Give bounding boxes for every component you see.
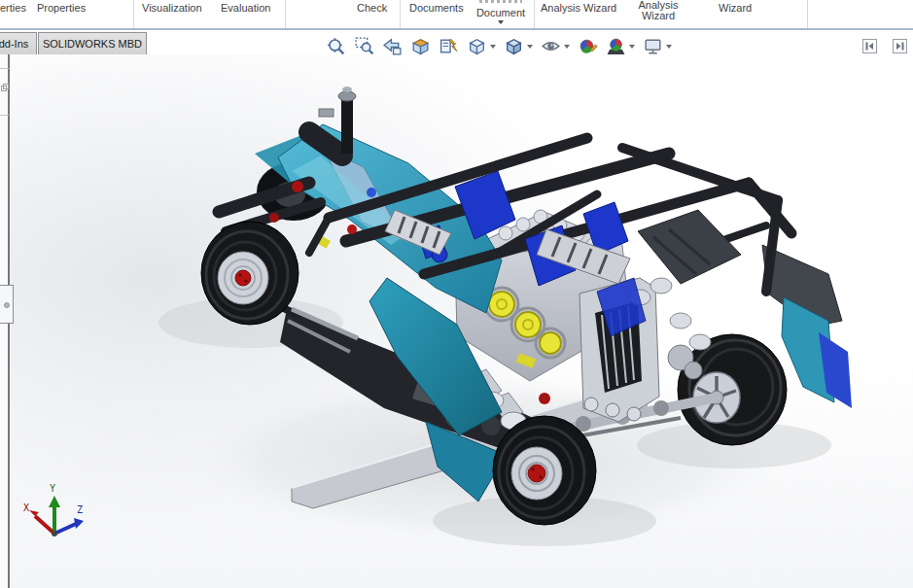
ribbon-item-check[interactable]: Check (357, 2, 387, 14)
ribbon-item-properties-cut[interactable]: erties (0, 2, 26, 14)
view-settings-button[interactable] (642, 35, 673, 57)
arrow-left-icon (865, 42, 874, 51)
ribbon-item-documents[interactable]: Documents (409, 2, 464, 14)
zoom-to-area-icon (354, 36, 374, 56)
viewport-3d-model[interactable]: X Y Z (0, 0, 913, 588)
heads-up-view-toolbar (325, 35, 673, 57)
apply-scene-icon (606, 36, 626, 56)
ribbon-item-evaluation[interactable]: Evaluation (221, 2, 270, 14)
ribbon-separator (133, 0, 134, 28)
previous-view-button[interactable] (381, 35, 404, 57)
edit-appearance-icon (578, 36, 598, 56)
ribbon-separator (285, 0, 286, 28)
model-wheel-rear-far[interactable] (678, 334, 787, 445)
dynamic-annotation-views-button[interactable] (438, 35, 460, 57)
arrow-right-icon (895, 42, 904, 51)
hide-show-items-button[interactable] (540, 35, 571, 57)
display-style-button[interactable] (503, 35, 534, 57)
tab-solidworks-mbd[interactable]: SOLIDWORKS MBD (38, 32, 147, 54)
ribbon-bar: erties Properties Visualization Evaluati… (0, 0, 913, 30)
chevron-down-icon[interactable] (629, 45, 635, 49)
ribbon-item-analysis-wizard-1[interactable]: Analysis Wizard (541, 2, 616, 14)
clipped-text-remnant (479, 0, 522, 3)
tab-add-ins[interactable]: dd-Ins (0, 32, 37, 54)
monitor-icon (643, 36, 663, 56)
apply-scene-button[interactable] (605, 35, 636, 57)
tab-solidworks-mbd-label: SOLIDWORKS MBD (43, 38, 142, 50)
chevron-down-icon[interactable] (564, 45, 570, 49)
ribbon-separator (534, 0, 535, 28)
strip-divider (0, 115, 9, 116)
chevron-down-icon[interactable] (490, 45, 496, 49)
zoom-to-fit-button[interactable] (325, 35, 347, 57)
dynamic-annotation-views-icon (439, 36, 459, 56)
ribbon-item-properties[interactable]: Properties (37, 2, 86, 14)
display-style-icon (504, 36, 524, 56)
orientation-triad[interactable]: X Y Z (23, 483, 84, 536)
view-orientation-button[interactable] (466, 35, 497, 57)
model-wheel-rear-near[interactable] (493, 416, 596, 525)
ribbon-separator (807, 0, 808, 28)
solidworks-window: erties Properties Visualization Evaluati… (0, 0, 913, 588)
zoom-to-area-button[interactable] (353, 35, 375, 57)
previous-view-icon (382, 36, 403, 56)
zoom-to-fit-icon (326, 36, 346, 56)
collapse-pane-left-button[interactable] (862, 39, 877, 53)
collapse-pane-right-button[interactable] (893, 39, 907, 53)
chevron-down-icon (498, 20, 504, 24)
triad-x-label: X (23, 502, 29, 513)
edit-appearance-button[interactable] (577, 35, 599, 57)
section-view-button[interactable] (409, 35, 432, 57)
tab-add-ins-label: dd-Ins (0, 38, 28, 50)
section-view-icon (410, 36, 431, 56)
view-orientation-icon (467, 36, 487, 56)
chevron-down-icon[interactable] (666, 45, 672, 49)
panel-flyout-tab[interactable] (0, 285, 14, 324)
triad-y-label: Y (50, 483, 55, 494)
ribbon-item-visualization[interactable]: Visualization (142, 2, 202, 14)
collapsed-panel-cube-icon (1, 84, 9, 92)
eye-icon (541, 36, 561, 56)
ribbon-item-document-dropdown[interactable]: Document (471, 0, 531, 24)
triad-z-label: Z (77, 504, 83, 515)
ribbon-item-wizard[interactable]: Wizard (719, 2, 752, 14)
chevron-down-icon[interactable] (527, 45, 533, 49)
model-wheel-front-near[interactable] (201, 222, 298, 325)
ribbon-separator (400, 0, 401, 28)
strip-divider (0, 68, 9, 69)
pane-controls (862, 39, 907, 53)
ribbon-item-analysis-wizard-2[interactable]: Analysis Wizard (634, 0, 683, 21)
flyout-arrow-icon (4, 302, 10, 308)
ribbon-item-document-label: Document (471, 7, 531, 18)
